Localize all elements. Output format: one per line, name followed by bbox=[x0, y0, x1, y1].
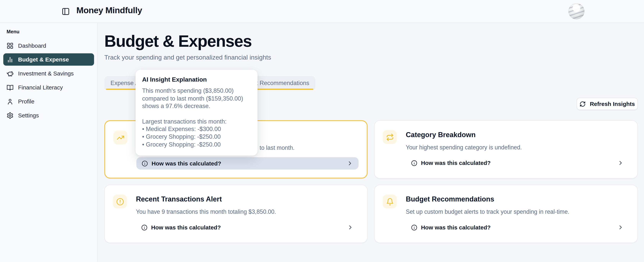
page-subtitle: Track your spending and get personalized… bbox=[104, 54, 271, 61]
how-calculated-button[interactable]: How was this calculated? bbox=[136, 157, 358, 170]
card-title: Budget Recommendations bbox=[406, 195, 494, 204]
refresh-insights-button[interactable]: Refresh Insights bbox=[577, 98, 638, 110]
sidebar-item-budget-expense[interactable]: Budget & Expense bbox=[3, 53, 94, 66]
sidebar: Menu Dashboard Budget & Expense bbox=[0, 23, 98, 262]
piggy-bank-icon bbox=[6, 70, 14, 77]
how-calculated-label: How was this calculated? bbox=[152, 160, 221, 167]
book-open-icon bbox=[6, 84, 14, 91]
card-title: Category Breakdown bbox=[406, 131, 476, 139]
sidebar-toggle-button[interactable] bbox=[61, 6, 70, 16]
card-description: Your highest spending category is undefi… bbox=[406, 144, 522, 151]
how-calculated-label: How was this calculated? bbox=[421, 160, 490, 166]
app-header: Money Mindfully bbox=[0, 0, 644, 23]
sidebar-item-dashboard[interactable]: Dashboard bbox=[3, 39, 94, 52]
card-title: Recent Transactions Alert bbox=[136, 195, 222, 204]
page-title: Budget & Expenses bbox=[104, 31, 252, 51]
sidebar-item-label: Investment & Savings bbox=[18, 70, 74, 77]
avatar[interactable] bbox=[568, 3, 584, 19]
app-root: Money Mindfully Menu Dashboard bbox=[0, 0, 644, 262]
panel-left-icon bbox=[62, 7, 70, 16]
how-calculated-button[interactable]: How was this calculated? bbox=[136, 221, 359, 234]
chevron-right-icon bbox=[347, 224, 354, 231]
tooltip-line: Largest transactions this month: bbox=[142, 118, 250, 125]
refresh-button-label: Refresh Insights bbox=[590, 101, 635, 107]
sidebar-item-label: Settings bbox=[18, 112, 39, 119]
sidebar-item-settings[interactable]: Settings bbox=[3, 109, 94, 121]
gear-icon bbox=[6, 112, 14, 119]
chevron-right-icon bbox=[347, 160, 353, 167]
how-calculated-button[interactable]: How was this calculated? bbox=[406, 157, 629, 169]
user-icon bbox=[6, 98, 14, 105]
tooltip-paragraph: This month's spending ($3,850.00) compar… bbox=[142, 87, 250, 110]
info-icon bbox=[142, 160, 148, 166]
alert-circle-icon bbox=[113, 195, 127, 209]
card-budget-recommendations[interactable]: Budget Recommendations Set up custom bud… bbox=[374, 185, 638, 243]
card-recent-transactions-alert[interactable]: Recent Transactions Alert You have 9 tra… bbox=[104, 185, 368, 243]
sidebar-item-label: Financial Literacy bbox=[18, 84, 63, 91]
sidebar-item-financial-literacy[interactable]: Financial Literacy bbox=[3, 81, 94, 93]
how-calculated-label: How was this calculated? bbox=[151, 224, 221, 231]
sidebar-nav: Dashboard Budget & Expense Investme bbox=[3, 39, 94, 122]
dashboard-icon bbox=[6, 42, 14, 49]
info-icon bbox=[141, 224, 148, 230]
how-calculated-button[interactable]: How was this calculated? bbox=[406, 221, 629, 234]
info-icon bbox=[411, 224, 417, 230]
sidebar-item-label: Profile bbox=[18, 98, 34, 105]
card-description-fragment: to last month. bbox=[260, 144, 294, 151]
chevron-right-icon bbox=[617, 160, 624, 166]
sidebar-item-label: Dashboard bbox=[18, 42, 46, 49]
sidebar-item-label: Budget & Expense bbox=[18, 56, 69, 63]
tooltip-title: AI Insight Explanation bbox=[142, 76, 250, 83]
tooltip-line: • Grocery Shopping: -$250.00 bbox=[142, 133, 250, 141]
tooltip-line: • Medical Expenses: -$300.00 bbox=[142, 125, 250, 133]
refresh-icon bbox=[580, 101, 586, 107]
card-description: Set up custom budget alerts to track you… bbox=[406, 209, 569, 215]
info-icon bbox=[411, 160, 417, 166]
card-description: You have 9 transactions this month total… bbox=[136, 209, 276, 215]
card-category-breakdown[interactable]: Category Breakdown Your highest spending… bbox=[374, 120, 638, 179]
tooltip-transactions-list: Largest transactions this month: • Medic… bbox=[142, 118, 250, 148]
trending-up-icon bbox=[113, 130, 127, 144]
ai-insight-tooltip: AI Insight Explanation This month's spen… bbox=[136, 70, 258, 156]
bell-icon bbox=[383, 195, 397, 209]
how-calculated-label: How was this calculated? bbox=[421, 224, 490, 231]
chevron-right-icon bbox=[617, 224, 624, 231]
tooltip-line: • Grocery Shopping: -$250.00 bbox=[142, 141, 250, 148]
sidebar-item-investment-savings[interactable]: Investment & Savings bbox=[3, 67, 94, 79]
sidebar-section-label: Menu bbox=[3, 29, 94, 34]
bar-chart-icon bbox=[6, 56, 14, 63]
app-title: Money Mindfully bbox=[76, 5, 142, 15]
repeat-icon bbox=[383, 130, 397, 144]
sidebar-item-profile[interactable]: Profile bbox=[3, 95, 94, 107]
